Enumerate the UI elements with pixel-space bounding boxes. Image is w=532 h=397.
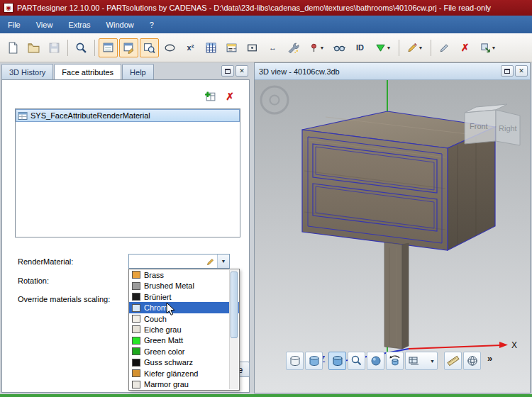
history-panel-toggle[interactable]: [99, 38, 118, 57]
edit-tool-button[interactable]: [435, 38, 454, 57]
export-dropdown-button[interactable]: ▼: [476, 38, 500, 57]
navigation-cube[interactable]: Front Right: [465, 104, 520, 145]
list-item[interactable]: SYS_FaceAttributeRenderMaterial: [16, 109, 240, 122]
view-mode-combo[interactable]: ▼: [405, 352, 438, 370]
panel-close-button[interactable]: ✕: [235, 65, 248, 77]
combo-edit-button[interactable]: [204, 255, 217, 268]
orbit-ring[interactable]: [261, 86, 288, 113]
cabinet-model[interactable]: [302, 111, 495, 349]
panel-close-button[interactable]: ✕: [515, 65, 528, 77]
color-swatch: [132, 271, 140, 279]
render-material-combo[interactable]: ▼: [128, 254, 230, 269]
review-tool-icon: [333, 42, 345, 54]
wizard-tool-button[interactable]: [284, 38, 303, 57]
dropdown-option[interactable]: Brass: [129, 269, 239, 280]
render-quality-icon: [370, 354, 382, 367]
mesh-display-button[interactable]: [463, 352, 481, 370]
panel-window-controls: ✕: [501, 65, 528, 77]
review-tool-button[interactable]: [330, 38, 349, 57]
tab-3d-history[interactable]: 3D History: [1, 64, 53, 79]
dropdown-option[interactable]: Marmor grau: [129, 379, 239, 390]
dropdown-option[interactable]: Green color: [129, 346, 239, 357]
delete-tool-button[interactable]: ✗: [455, 38, 475, 57]
dropdown-option[interactable]: Brushed Metal: [129, 280, 239, 291]
id-tool-button[interactable]: ID: [350, 38, 370, 57]
color-swatch: [132, 381, 140, 388]
option-label: Guss schwarz: [144, 358, 193, 367]
stamp-dropdown-button[interactable]: ▼: [403, 38, 427, 57]
edit-tool-icon: [438, 42, 450, 54]
open-file-button[interactable]: [24, 38, 43, 57]
stretch-tool-icon: ↔: [269, 43, 277, 52]
ellipse-tool-button[interactable]: [160, 38, 179, 57]
view-panel-toggle[interactable]: [140, 38, 159, 57]
formula-tool-icon: x²: [187, 43, 194, 52]
new-file-button[interactable]: [4, 38, 23, 57]
value-table-tool-button[interactable]: =: [222, 38, 241, 57]
face-attributes-content: ✗ SYS_FaceAttributeRenderMaterial Render…: [1, 79, 250, 393]
dropdown-option[interactable]: Kiefer glänzend: [129, 368, 239, 379]
stretch-tool-button[interactable]: ↔: [263, 38, 282, 57]
zoom-button[interactable]: [72, 38, 91, 57]
tab-help[interactable]: Help: [122, 64, 154, 79]
display-shaded-edges-button[interactable]: [328, 352, 346, 370]
dropdown-option[interactable]: Couch: [129, 313, 239, 324]
cabinet-right-face[interactable]: [448, 127, 495, 250]
dropdown-scrollbar[interactable]: [229, 270, 238, 389]
dropdown-option[interactable]: Brüniert: [129, 291, 239, 302]
table-tool-button[interactable]: [201, 38, 221, 57]
option-label: Eiche grau: [144, 325, 182, 334]
display-wireframe-button[interactable]: [286, 352, 304, 370]
menu-extras[interactable]: Extras: [60, 16, 98, 33]
pedestal-front-face[interactable]: [384, 242, 402, 349]
dimension-tool-button[interactable]: [243, 38, 262, 57]
panel-tab-bar: 3D History Face attributes Help ✕: [1, 64, 250, 79]
pedestal-right-face[interactable]: [402, 243, 409, 349]
menu-view[interactable]: View: [28, 16, 61, 33]
add-attribute-button[interactable]: [204, 90, 216, 103]
add-attribute-icon: [204, 91, 216, 103]
rotation-label: Rotation:: [18, 276, 49, 285]
mouse-cursor: [166, 302, 176, 316]
measure-button[interactable]: [444, 352, 462, 370]
attributes-panel-toggle[interactable]: [119, 38, 138, 57]
dropdown-option[interactable]: Eiche grau: [129, 324, 239, 335]
workspace: 3D History Face attributes Help ✕ ✗: [0, 62, 532, 394]
zoom-select-icon: [350, 354, 363, 367]
open-file-icon: [28, 42, 40, 54]
rotate-view-button[interactable]: [386, 352, 404, 370]
tab-label: 3D History: [9, 68, 45, 77]
zoom-select-button[interactable]: [348, 352, 365, 370]
pin-tool-button[interactable]: ▼: [304, 38, 328, 57]
color-swatch: [132, 293, 140, 301]
tab-face-attributes[interactable]: Face attributes: [54, 64, 121, 79]
zoom-icon: [75, 42, 87, 54]
dropdown-option[interactable]: Green Matt: [129, 335, 239, 346]
3d-view-title: 3D view - 40106cw.3db: [259, 67, 340, 76]
menu-file[interactable]: File: [0, 16, 28, 33]
attribute-list[interactable]: SYS_FaceAttributeRenderMaterial: [15, 108, 240, 237]
scrollbar-thumb[interactable]: [231, 272, 238, 338]
color-swatch: [132, 347, 140, 355]
more-tools-button[interactable]: »: [487, 353, 492, 364]
menu-window[interactable]: Window: [99, 16, 142, 33]
insert-dropdown-button[interactable]: ▼: [371, 38, 395, 57]
x-axis-arrow: [499, 342, 508, 348]
close-icon: ✕: [519, 67, 524, 74]
panel-float-button[interactable]: [501, 65, 514, 77]
pin-tool-dropdown-arrow: ▼: [320, 45, 325, 50]
dropdown-option[interactable]: Guss schwarz: [129, 357, 239, 368]
display-wireframe-icon: [289, 354, 301, 367]
combo-dropdown-button[interactable]: ▼: [217, 255, 229, 268]
attribute-item-icon: [18, 111, 28, 121]
3d-view-panel: 3D view - 40106cw.3db ✕: [254, 62, 531, 393]
delete-attribute-button[interactable]: ✗: [223, 90, 236, 103]
dropdown-option-selected[interactable]: Chrom: [129, 302, 239, 313]
render-quality-button[interactable]: [367, 352, 384, 370]
3d-viewport[interactable]: X Z Front Right: [255, 80, 530, 393]
menu-help[interactable]: ?: [142, 16, 162, 33]
formula-tool-button[interactable]: x²: [181, 38, 200, 57]
panel-float-button[interactable]: [221, 65, 234, 77]
save-file-button[interactable]: [45, 38, 64, 57]
display-shaded-button[interactable]: [305, 352, 323, 370]
